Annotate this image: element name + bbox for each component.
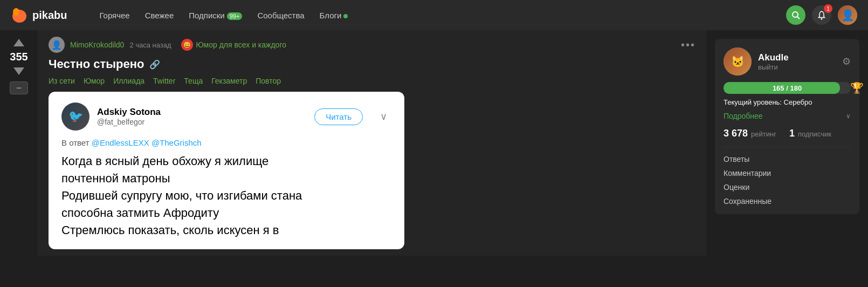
tweet-header: 🐦 Adskiy Sotona @fat_belfegor Читать ∨ (61, 102, 391, 131)
post-tags: Из сети Юмор Иллиада Twitter Теща Гекзам… (49, 77, 695, 85)
nav-communities[interactable]: Сообщества (257, 11, 304, 20)
tag-gekzametr[interactable]: Гекзаметр (211, 77, 247, 85)
sidebar-link-saved[interactable]: Сохраненные (724, 197, 851, 206)
user-avatar-header[interactable]: 👤 (838, 5, 857, 25)
sidebar-link-comments[interactable]: Комментарии (724, 169, 851, 177)
post-time: 2 часа назад (129, 41, 171, 49)
blogs-dot (343, 14, 348, 18)
main-layout: 355 − 👤 MimoKrokodild0 2 часа назад 😄 Юм… (0, 30, 868, 256)
rating-num: 3 678 (724, 128, 748, 139)
tag-illiada[interactable]: Иллиада (113, 77, 144, 85)
tweet-reply-line: В ответ @EndlessLEXX @TheGrishch (61, 138, 391, 147)
subs-num: 1 (789, 128, 795, 139)
settings-icon[interactable]: ⚙ (842, 56, 851, 67)
vote-minus-button[interactable]: − (10, 81, 28, 94)
tweet-body-line2: почтенной матроны (61, 170, 391, 187)
nav-fresh[interactable]: Свежее (145, 11, 174, 20)
svg-line-3 (797, 17, 800, 19)
tweet-read-button[interactable]: Читать (314, 108, 363, 125)
tweet-user-info: Adskiy Sotona @fat_belfegor (97, 107, 307, 126)
tag-povtor[interactable]: Повтор (256, 77, 281, 85)
profile-avatar: 🐱 (724, 47, 752, 76)
rating-stat: 3 678 рейтинг (724, 128, 776, 139)
stats-row: 3 678 рейтинг 1 подписчик (724, 128, 851, 147)
tweet-author-name: Adskiy Sotona (97, 107, 307, 118)
tag-iz-seti[interactable]: Из сети (49, 77, 75, 85)
tag-teshcha[interactable]: Теща (184, 77, 203, 85)
post-community[interactable]: 😄 Юмор для всех и каждого (181, 39, 286, 51)
main-nav: Горячее Свежее Подписки99+ Сообщества Бл… (99, 11, 775, 20)
post-meta: 👤 MimoKrokodild0 2 часа назад 😄 Юмор для… (49, 37, 695, 53)
sidebar-link-ratings[interactable]: Оценки (724, 183, 851, 192)
profile-name: Akudle (758, 52, 789, 63)
nav-blogs[interactable]: Блоги (320, 11, 348, 20)
chevron-down-icon: ∨ (846, 112, 851, 120)
profile-header: 🐱 Akudle выйти ⚙ (724, 47, 851, 76)
tag-twitter[interactable]: Twitter (153, 77, 175, 85)
notifications-badge: 1 (824, 4, 832, 13)
vote-down-arrow[interactable] (13, 67, 24, 75)
nav-subscriptions[interactable]: Подписки99+ (189, 11, 242, 20)
post-link-icon[interactable]: 🔗 (149, 59, 160, 70)
vote-sidebar: 355 − (0, 30, 38, 256)
rating-label: рейтинг (751, 130, 776, 138)
svg-point-4 (821, 18, 823, 20)
sidebar-links: Ответы Комментарии Оценки Сохраненные (724, 155, 851, 206)
subs-label: подписчик (798, 130, 831, 138)
tweet-reply-user1[interactable]: @EndlessLEXX (92, 138, 149, 147)
logout-link[interactable]: выйти (758, 63, 789, 71)
sidebar-link-replies[interactable]: Ответы (724, 155, 851, 163)
subscriptions-badge: 99+ (227, 12, 243, 20)
tweet-author-handle: @fat_belfegor (97, 118, 307, 126)
post-title: Честно стырено 🔗 (49, 57, 695, 71)
logo-text: pikabu (32, 9, 67, 22)
vote-up-arrow[interactable] (13, 39, 24, 46)
post-area: 👤 MimoKrokodild0 2 часа назад 😄 Юмор для… (38, 30, 706, 256)
tweet-body-line4: способна затмить Афродиту (61, 204, 391, 222)
level-text: Текущий уровень: Серебро (724, 98, 851, 106)
header-actions: 1 👤 (786, 5, 857, 25)
nav-hot[interactable]: Горячее (99, 11, 129, 20)
community-icon: 😄 (181, 39, 193, 51)
right-sidebar: 🐱 Akudle выйти ⚙ 165 / 180 🏆 Текущий уро… (706, 30, 868, 256)
svg-point-2 (793, 12, 798, 17)
tweet-body-line3: Родившей супругу мою, что изгибами стана (61, 187, 391, 204)
search-icon (791, 11, 800, 19)
header: pikabu Горячее Свежее Подписки99+ Сообще… (0, 0, 868, 30)
level-value: Серебро (784, 98, 812, 106)
post-more-button[interactable]: ••• (681, 39, 695, 51)
profile-card: 🐱 Akudle выйти ⚙ 165 / 180 🏆 Текущий уро… (715, 39, 859, 214)
svg-point-1 (13, 8, 19, 16)
avatar-image: 👤 (838, 5, 857, 25)
tweet-card: 🐦 Adskiy Sotona @fat_belfegor Читать ∨ В… (49, 92, 404, 249)
tweet-body-line5: Стремлюсь показать, сколь искусен я в (61, 222, 391, 239)
vote-count: 355 (10, 49, 27, 65)
tag-yumor[interactable]: Юмор (84, 77, 105, 85)
tweet-reply-user2[interactable]: @TheGrishch (151, 138, 202, 147)
search-button[interactable] (786, 5, 805, 25)
logo[interactable]: pikabu (11, 6, 67, 24)
logo-icon (11, 6, 28, 24)
author-avatar: 👤 (49, 37, 65, 53)
more-link[interactable]: Подробнее ∨ (724, 112, 851, 120)
tweet-expand-button[interactable]: ∨ (376, 108, 391, 125)
tweet-author-avatar: 🐦 (61, 102, 89, 131)
author-name[interactable]: MimoKrokodild0 (70, 40, 124, 49)
tweet-body: Когда в ясный день обхожу я жилище почте… (61, 153, 391, 238)
trophy-icon: 🏆 (850, 81, 864, 94)
tweet-body-line1: Когда в ясный день обхожу я жилище (61, 153, 391, 170)
progress-area: 165 / 180 🏆 (724, 82, 851, 94)
progress-label: 165 / 180 (773, 84, 802, 92)
profile-info: Akudle выйти (758, 52, 789, 71)
subs-stat: 1 подписчик (789, 128, 831, 139)
community-name: Юмор для всех и каждого (196, 40, 286, 49)
notifications-button[interactable]: 1 (812, 5, 831, 25)
